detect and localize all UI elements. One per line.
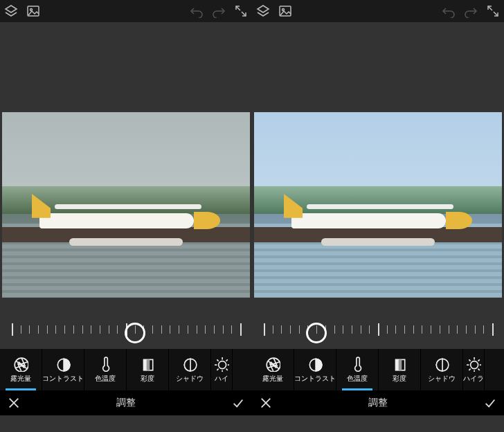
tool-label: 彩度 [141,374,154,384]
tool-temperature[interactable]: 色温度 [336,349,379,390]
saturation-icon [140,357,155,372]
tool-contrast[interactable]: コントラスト [42,349,84,390]
tool-label: 露光量 [10,374,31,384]
exposure-icon [265,357,280,372]
slider-handle[interactable] [306,323,327,343]
tool-highlights[interactable]: ハイラ [463,349,485,390]
undo-icon[interactable] [442,4,456,18]
tool-label: ハイ [215,374,228,384]
layers-icon[interactable] [256,4,270,18]
tool-contrast[interactable]: コントラスト [294,349,336,390]
tool-highlights[interactable]: ハイ [211,349,233,390]
slider-track[interactable] [264,321,492,341]
tool-label: 色温度 [347,374,368,384]
tool-saturation[interactable]: 彩度 [127,349,169,390]
tool-shadows[interactable]: シャドウ [421,349,463,390]
adjust-slider[interactable] [0,313,252,349]
exposure-icon [13,357,28,372]
redo-icon[interactable] [464,4,478,18]
editor-pane-left: 露光量コントラスト色温度彩度シャドウハイ調整 [0,0,252,432]
top-toolbar [0,0,252,22]
image-icon[interactable] [26,4,40,18]
photo-preview[interactable] [2,112,250,298]
tool-temperature[interactable]: 色温度 [84,349,127,390]
contrast-icon [55,357,71,372]
expand-icon[interactable] [234,4,248,18]
bottom-title: 調整 [116,397,136,409]
tool-label: コントラスト [294,374,336,384]
bottom-bar: 調整 [252,390,504,415]
tool-label: 色温度 [95,374,116,384]
tool-label: シャドウ [428,374,456,384]
cancel-button[interactable] [259,396,273,410]
highlights-icon [214,357,229,372]
tool-exposure[interactable]: 露光量 [0,349,42,390]
highlights-icon [466,357,481,372]
tool-label: 露光量 [262,374,283,384]
tool-label: 彩度 [393,374,406,384]
saturation-icon [392,357,407,372]
tool-label: ハイラ [463,374,484,384]
layers-icon[interactable] [4,4,18,18]
tool-saturation[interactable]: 彩度 [379,349,421,390]
top-toolbar [252,0,504,22]
adjust-tool-strip: 露光量コントラスト色温度彩度シャドウハイ [0,349,252,390]
slider-handle[interactable] [125,323,145,343]
expand-icon[interactable] [486,4,500,18]
editor-pane-right: 露光量コントラスト色温度彩度シャドウハイラ調整 [252,0,504,432]
cancel-button[interactable] [7,396,21,410]
tool-label: シャドウ [176,374,204,384]
image-icon[interactable] [278,4,292,18]
adjust-tool-strip: 露光量コントラスト色温度彩度シャドウハイラ [252,349,504,390]
temperature-icon [350,357,365,372]
temperature-icon [98,357,113,372]
shadows-icon [182,357,197,372]
photo-preview[interactable] [254,112,502,298]
confirm-button[interactable] [231,396,245,410]
redo-icon[interactable] [212,4,226,18]
tool-shadows[interactable]: シャドウ [169,349,211,390]
confirm-button[interactable] [483,396,497,410]
shadows-icon [434,357,449,372]
slider-track[interactable] [12,321,240,341]
tool-exposure[interactable]: 露光量 [252,349,294,390]
undo-icon[interactable] [190,4,204,18]
bottom-bar: 調整 [0,390,252,415]
bottom-title: 調整 [368,397,388,409]
tool-label: コントラスト [42,374,84,384]
canvas-area [0,22,252,313]
adjust-slider[interactable] [252,313,504,349]
contrast-icon [307,357,323,372]
canvas-area [252,22,504,313]
